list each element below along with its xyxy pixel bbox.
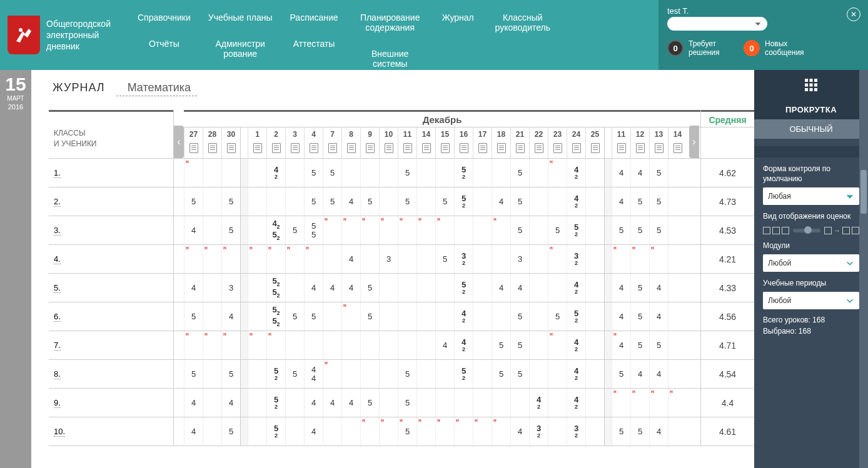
grade-cell[interactable]: н <box>379 216 398 244</box>
grade-cell[interactable]: 5 <box>360 302 379 331</box>
grade-cell[interactable]: н <box>435 417 454 446</box>
grade-cell[interactable]: 5 <box>304 187 323 216</box>
grade-cell[interactable] <box>529 159 548 187</box>
grade-cell[interactable]: 4 <box>649 360 668 388</box>
grade-cell[interactable]: 5 <box>630 331 649 359</box>
student-row[interactable]: 10. <box>49 417 173 446</box>
grade-cell[interactable]: 52 <box>454 360 473 388</box>
grade-cell[interactable] <box>285 389 304 417</box>
grade-cell[interactable]: 4 <box>304 417 323 446</box>
grade-cell[interactable]: н <box>184 245 203 273</box>
grade-cell[interactable] <box>203 187 221 216</box>
grade-cell[interactable]: 32 <box>454 245 473 273</box>
day-header[interactable]: 28 <box>203 127 221 158</box>
grade-cell[interactable]: 55 <box>304 216 323 244</box>
sidebar-scrollbar[interactable] <box>859 70 868 468</box>
grade-cell[interactable] <box>473 331 492 359</box>
grade-cell[interactable]: 5 <box>548 216 567 244</box>
modules-select[interactable]: Любой <box>763 254 859 272</box>
grade-cell[interactable]: 42 <box>567 331 585 359</box>
grade-cell[interactable]: н <box>492 216 510 244</box>
day-header[interactable]: 25 <box>585 127 604 158</box>
grade-cell[interactable]: н <box>548 331 567 359</box>
grade-cell[interactable] <box>416 389 435 417</box>
student-row[interactable]: 4. <box>49 245 173 274</box>
grade-cell[interactable] <box>416 331 435 359</box>
day-header[interactable]: 10 <box>379 127 398 158</box>
grade-cell[interactable] <box>379 360 398 388</box>
grade-cell[interactable] <box>248 389 266 417</box>
student-row[interactable]: 9. <box>49 389 173 417</box>
grade-cell[interactable]: 5н <box>398 417 416 446</box>
grade-cell[interactable] <box>454 389 473 417</box>
grade-cell[interactable]: 5 <box>492 360 510 388</box>
grade-cell[interactable]: 5 <box>630 274 649 302</box>
student-row[interactable]: 3. <box>49 216 173 245</box>
day-header[interactable]: 7 <box>323 127 341 158</box>
grade-cell[interactable]: н <box>612 245 630 273</box>
grade-cell[interactable]: 5 <box>510 159 529 187</box>
student-row[interactable]: 5. <box>49 274 173 302</box>
grade-cell[interactable]: н <box>266 331 285 359</box>
grade-cell[interactable] <box>435 159 454 187</box>
nav-class-teacher[interactable]: Классный руководитель <box>485 10 560 35</box>
grade-cell[interactable]: н <box>416 216 435 244</box>
grade-cell[interactable] <box>529 360 548 388</box>
grade-cell[interactable] <box>548 360 567 388</box>
grade-cell[interactable] <box>341 159 360 187</box>
grade-cell[interactable] <box>585 245 604 273</box>
control-form-select[interactable]: Любая <box>763 187 859 205</box>
grade-cell[interactable]: 5 <box>649 159 668 187</box>
grade-cell[interactable]: н <box>323 216 341 244</box>
day-header[interactable]: 18 <box>492 127 510 158</box>
nav-reports[interactable]: Отчёты <box>143 36 186 51</box>
day-header[interactable]: 14 <box>668 127 687 158</box>
grade-cell[interactable] <box>221 159 240 187</box>
grade-cell[interactable]: 5252 <box>266 274 285 302</box>
grade-cell[interactable]: 5 <box>548 302 567 331</box>
grade-cell[interactable]: н <box>203 331 221 359</box>
grade-cell[interactable]: 42 <box>567 187 585 216</box>
grade-cell[interactable]: н <box>360 417 379 446</box>
day-header[interactable]: 22 <box>529 127 548 158</box>
grade-cell[interactable]: 5 <box>649 331 668 359</box>
grade-cell[interactable]: н <box>248 331 266 359</box>
grade-cell[interactable] <box>585 302 604 331</box>
grade-cell[interactable]: 52 <box>567 302 585 331</box>
grade-cell[interactable] <box>585 274 604 302</box>
grade-cell[interactable]: 4 <box>630 360 649 388</box>
grade-cell[interactable]: 4 <box>649 302 668 331</box>
grade-cell[interactable] <box>398 331 416 359</box>
grade-cell[interactable]: н <box>285 245 304 273</box>
grade-cell[interactable]: 5 <box>304 159 323 187</box>
grade-cell[interactable] <box>248 360 266 388</box>
grade-cell[interactable]: н <box>184 159 203 187</box>
grade-cell[interactable] <box>379 274 398 302</box>
grade-cell[interactable] <box>668 417 687 446</box>
grade-cell[interactable]: н <box>548 159 567 187</box>
grade-cell[interactable] <box>585 216 604 244</box>
grade-cell[interactable] <box>454 216 473 244</box>
grade-cell[interactable] <box>398 302 416 331</box>
grade-cell[interactable] <box>203 302 221 331</box>
grade-cell[interactable]: 52 <box>454 187 473 216</box>
grade-cell[interactable] <box>323 417 341 446</box>
page-subject[interactable]: Математика <box>116 81 197 96</box>
user-dropdown[interactable] <box>667 17 767 31</box>
grade-cell[interactable] <box>304 331 323 359</box>
grade-cell[interactable] <box>473 274 492 302</box>
grade-cell[interactable] <box>416 187 435 216</box>
day-header[interactable]: 24 <box>567 127 585 158</box>
grade-cell[interactable] <box>548 274 567 302</box>
grade-cell[interactable]: 5 <box>323 159 341 187</box>
grade-cell[interactable]: 52 <box>266 360 285 388</box>
grade-cell[interactable]: 42 <box>567 274 585 302</box>
grade-cell[interactable] <box>203 360 221 388</box>
grade-cell[interactable] <box>548 187 567 216</box>
day-header[interactable]: 2 <box>266 127 285 158</box>
grade-cell[interactable] <box>529 331 548 359</box>
grade-cell[interactable]: н <box>454 417 473 446</box>
grade-cell[interactable]: 44 <box>304 360 323 388</box>
grade-cell[interactable] <box>435 360 454 388</box>
grade-cell[interactable] <box>203 417 221 446</box>
